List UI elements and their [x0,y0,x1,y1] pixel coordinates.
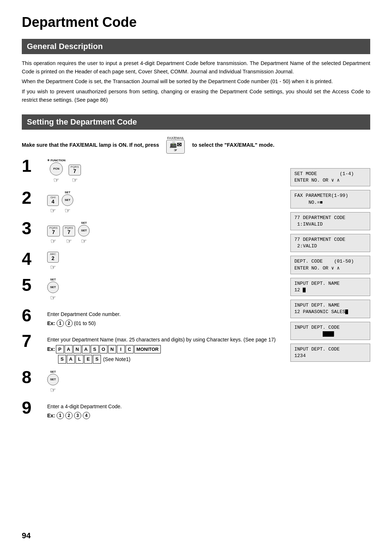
function-btn-group: ✳ FUNCTION FCN ☞ [47,159,66,184]
step-1: 1 ✳ FUNCTION FCN ☞ PQRS [22,157,283,184]
set-btn-8: SET ☞ [47,374,59,394]
lcd-display-8: INPUT DEPT. CODE ████ [290,322,370,340]
key-7pqrs-3b-group: PQRS 7 ☞ [63,226,75,245]
set-btn-3-group: SET SET ☞ [78,221,90,245]
desc-para-1: This operation requires the user to inpu… [22,59,370,76]
step-6: 6 Enter Department Code number. Ex: 1 2 … [22,307,283,327]
step-6-number: 6 [22,307,47,324]
char-I: I [117,345,125,354]
char-A2: A [82,345,90,354]
char-O: O [99,345,107,354]
set-btn-8-finger: ☞ [50,386,56,394]
lcd7-line2: 12 PANASONIC SALES [294,309,366,315]
step-4: 4 ABC 2 ☞ [22,250,283,271]
fax-email-mode-btn[interactable]: 📠✉ ☞ [166,140,185,154]
char-C: C [126,345,134,354]
set-circle-btn-8[interactable]: SET [47,374,59,385]
step-8: 8 SET SET ☞ [22,369,283,394]
lcd-display-9: INPUT DEPT. CODE 1234 [290,344,370,362]
step-7: 7 Enter your Department Name (max. 25 ch… [22,332,283,364]
step-3: 3 PQRS 7 ☞ PQRS 7 ☞ [22,220,283,245]
steps-lcd-wrapper: 1 ✳ FUNCTION FCN ☞ PQRS [22,157,370,425]
set-circle-btn-3[interactable]: SET [78,225,90,236]
general-description-section: General Description This operation requi… [22,39,370,104]
set-label-3: SET [81,221,87,224]
set-btn-5-finger: ☞ [50,294,56,302]
set-circle-btn-5[interactable]: SET [47,281,59,293]
key-7pqrs-1[interactable]: PQRS 7 [69,165,81,175]
set-circle-btn-2[interactable]: SET [62,194,73,206]
step-4-number: 4 [22,250,47,268]
fax-email-finger: ☞ [174,148,177,152]
fax-email-button-group: FAX/EMAIL 📠✉ ☞ [166,136,185,154]
circle-2: 2 [65,320,73,327]
set-btn-3-label: SET [81,229,87,232]
lcd9-line2: 1234 [294,353,366,359]
page-title: Department Code [22,15,370,30]
lcd-display-7: INPUT DEPT. NAME 12 PANASONIC SALES [290,300,370,318]
key-7pqrs-3b[interactable]: PQRS 7 [63,226,75,236]
key-2abc-num: 2 [52,256,54,261]
lcd4-line1: 77 DEPARTMENT CODE [294,236,366,243]
lcd3-line1: 77 DEPARTMENT CODE [294,215,366,221]
lcd5-line2: ENTER NO. OR ∨ ∧ [294,265,366,272]
lcd7-cursor [345,309,348,314]
setting-header: Setting the Department Code [22,114,370,130]
key-4ghi-num: 4 [52,199,54,204]
lcd1-line2: ENTER NO. OR ∨ ∧ [294,177,366,184]
step-7-text: Enter your Department Name (max. 25 char… [47,332,283,364]
set-btn-2: SET ☞ [62,194,73,215]
step-1-icons: ✳ FUNCTION FCN ☞ PQRS 7 ☞ [47,157,94,184]
function-circle-btn[interactable]: FCN [50,162,63,175]
step-8-icons: SET SET ☞ [47,369,94,394]
set-btn-5-label: SET [50,285,56,289]
key-4ghi-group: GHI 4 ☞ [47,195,59,215]
step-6-main-text: Enter Department Code number. [47,311,121,317]
step-9-main-text: Enter a 4-digit Department Code. [47,404,122,409]
step-2-icons: GHI 4 ☞ SET SET ☞ [47,189,94,215]
char-S2: S [58,355,66,364]
step-5-icons: SET SET ☞ [47,276,94,302]
lcd5-line1: DEPT. CODE (01-50) [294,258,366,265]
step-7-ex-label: Ex: [47,345,55,353]
function-key: FCN ☞ [50,162,63,184]
key-2abc[interactable]: ABC 2 [47,252,59,263]
set-label-2: SET [65,191,70,194]
steps-left: 1 ✳ FUNCTION FCN ☞ PQRS [22,157,283,425]
key-7pqrs-3a-finger: ☞ [50,237,56,245]
char-N: N [73,345,81,354]
fax-note-before: Make sure that the FAX/EMAIL lamp is ON.… [22,142,159,148]
function-label: ✳ FUNCTION [47,159,66,162]
lcd9-line1: INPUT DEPT. CODE [294,346,366,353]
set-label-5: SET [50,278,56,281]
step-7-ex2: S A L E S (See Note1) [47,355,283,364]
char-S3: S [93,355,101,364]
step-6-range: (01 to 50) [74,320,96,327]
key-4ghi-finger: ☞ [50,207,56,215]
lcd7-line1: INPUT DEPT. NAME [294,302,366,309]
step-3-number: 3 [22,220,47,237]
lcd2-line1: FAX PARAMETER(1-99) [294,193,366,199]
function-btn-label: FCN [53,167,59,170]
lcd-display-1: SET MODE (1-4) ENTER NO. OR ∨ ∧ [290,168,370,186]
key-7pqrs-3a[interactable]: PQRS 7 [47,226,60,236]
general-description-header: General Description [22,39,370,54]
key-7pqrs-3b-num: 7 [68,230,70,235]
lcd8-blocks: ████ [323,331,334,337]
key-7pqrs-1-group: PQRS 7 ☞ [69,165,81,184]
lcd-display-2: FAX PARAMETER(1-99) NO.=■ [290,190,370,208]
key-7pqrs-1-finger: ☞ [72,176,78,184]
set-btn-8-label: SET [50,378,56,381]
step-9-text: Enter a 4-digit Department Code. Ex: 1 2… [47,399,283,420]
circle-1: 1 [57,320,64,327]
lcd8-line2: ████ [294,331,366,337]
step-2-number: 2 [22,189,47,207]
key-2abc-group: ABC 2 ☞ [47,252,59,271]
key-4ghi[interactable]: GHI 4 [47,195,59,206]
lcd8-line1: INPUT DEPT. CODE [294,324,366,331]
key-7pqrs-3a-num: 7 [52,230,55,235]
lcd2-line2: NO.=■ [294,199,366,206]
step-7-ex: Ex: P A N A S O N I C MONITOR [47,345,283,354]
lcd3-line2: 1:INVALID [294,221,366,228]
step-4-icons: ABC 2 ☞ [47,250,94,271]
